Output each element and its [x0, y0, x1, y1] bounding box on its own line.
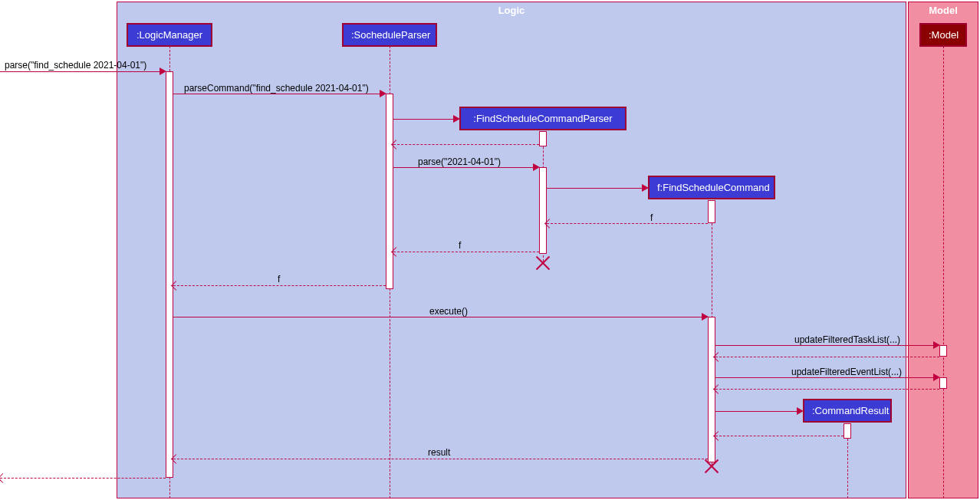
partition-model-title: Model	[909, 2, 978, 18]
activation-find-parser-1	[539, 131, 547, 146]
arrow-execute	[173, 317, 702, 317]
activation-logic-manager	[166, 71, 173, 478]
arrowhead-entry	[159, 67, 166, 75]
arrow-return-f3	[173, 285, 386, 286]
arrow-parse-command	[173, 94, 380, 94]
arrowhead-create-find-parser	[453, 115, 460, 123]
participant-logic-manager: :LogicManager	[127, 23, 212, 47]
arrow-return-f1	[547, 223, 708, 224]
participant-sochedule-parser-label: :SocheduleParser	[351, 29, 430, 41]
msg-return-f3: f	[278, 274, 280, 285]
participant-sochedule-parser: :SocheduleParser	[342, 23, 437, 47]
activation-model-1	[939, 345, 947, 357]
arrowhead-execute	[702, 313, 709, 321]
arrow-create-command-result	[715, 411, 797, 412]
activation-find-command-1	[708, 200, 715, 223]
participant-command-result-label: :CommandResult	[812, 405, 889, 416]
activation-command-result	[844, 423, 851, 439]
msg-entry: parse("find_schedule 2021-04-01")	[5, 60, 146, 71]
arrowhead-parse-command	[380, 90, 386, 97]
arrow-update-task	[715, 345, 934, 346]
participant-logic-manager-label: :LogicManager	[136, 29, 202, 41]
participant-find-schedule-parser: :FindScheduleCommandParser	[459, 107, 626, 130]
arrow-return-event	[715, 389, 939, 390]
partition-logic: Logic	[117, 2, 906, 498]
msg-return-f2: f	[459, 240, 461, 251]
msg-result: result	[428, 447, 450, 458]
participant-model-label: :Model	[929, 29, 959, 41]
arrowhead-parse-date	[533, 163, 540, 171]
msg-execute: execute()	[429, 306, 468, 317]
msg-parse-date: parse("2021-04-01")	[418, 156, 501, 167]
participant-find-schedule-parser-label: :FindScheduleCommandParser	[473, 113, 612, 124]
arrow-parse-date	[393, 167, 534, 168]
arrow-return-command-result	[715, 436, 844, 436]
msg-return-f1: f	[650, 212, 653, 223]
arrow-return-task	[715, 357, 939, 357]
msg-update-task: updateFilteredTaskList(...)	[794, 334, 900, 345]
msg-update-event: updateFilteredEventList(...)	[791, 367, 902, 377]
lifeline-model	[943, 46, 944, 498]
participant-model: :Model	[919, 23, 967, 47]
participant-command-result: :CommandResult	[803, 399, 892, 423]
arrowhead-create-find-command	[642, 184, 649, 192]
partition-logic-title: Logic	[117, 2, 906, 18]
arrow-return-f2	[393, 252, 539, 252]
arrow-update-event	[715, 377, 934, 378]
activation-sochedule-parser	[386, 94, 393, 289]
arrow-entry	[0, 71, 159, 72]
destroy-find-command	[704, 459, 719, 474]
arrow-exit	[0, 478, 166, 479]
arrowhead-update-event	[933, 373, 940, 381]
participant-find-schedule-command: f:FindScheduleCommand	[648, 176, 775, 199]
arrowhead-update-task	[933, 341, 940, 349]
arrow-result	[173, 459, 708, 459]
arrow-create-find-command	[547, 188, 643, 189]
arrow-create-find-parser	[393, 119, 454, 120]
destroy-find-parser	[535, 255, 551, 271]
activation-model-2	[939, 377, 947, 389]
activation-find-parser-2	[539, 167, 547, 254]
participant-find-schedule-command-label: f:FindScheduleCommand	[657, 182, 770, 193]
msg-parse-command: parseCommand("find_schedule 2021-04-01")	[184, 83, 369, 94]
arrow-return-create-find-parser	[393, 144, 539, 145]
arrowhead-create-command-result	[797, 407, 804, 415]
